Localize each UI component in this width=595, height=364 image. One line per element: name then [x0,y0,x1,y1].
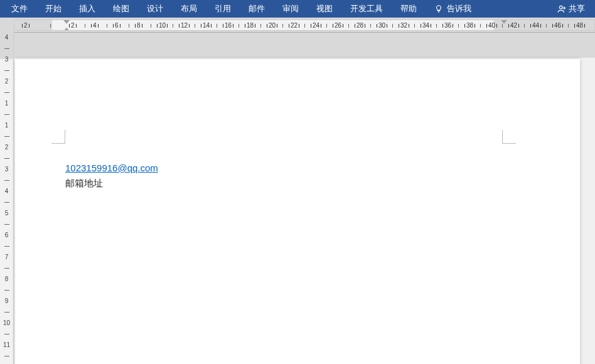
vruler-minor-tick [4,312,9,313]
hruler-tick: 38 [463,22,476,29]
hruler-minor-tick [239,24,239,28]
vruler-minor-tick [4,158,9,159]
hruler-tick: 46 [551,22,564,29]
vruler-tick: 10 [0,323,13,329]
vruler-tick: 11 [0,345,13,351]
hruler-minor-tick [282,24,283,28]
vruler-tick: 1 [0,126,13,132]
vruler-minor-tick [4,180,9,181]
vertical-ruler[interactable]: 43211234567891011121314 [0,33,14,364]
vruler-minor-tick [4,48,9,49]
hruler-tick: 12 [178,22,191,29]
vruler-tick: 7 [0,257,13,264]
hruler-tick: 8 [134,22,144,29]
margin-corner-tl [51,130,65,144]
vruler-minor-tick [4,246,9,247]
right-indent-marker[interactable] [501,20,507,24]
hruler-minor-tick [502,24,503,28]
ruler-corner [0,18,14,33]
share-label: 共享 [569,3,585,14]
hruler-tick: 26 [331,22,345,29]
hruler-minor-tick [173,24,173,28]
hruler-tick: 10 [156,22,169,29]
vruler-minor-tick [4,268,9,269]
vruler-minor-tick [4,290,9,291]
hruler-tick: 34 [419,22,432,29]
hruler-minor-tick [195,24,195,28]
vruler-tick: 8 [0,279,13,286]
hruler-minor-tick [326,24,327,28]
hruler-minor-tick [370,24,371,28]
hruler-tick: 30 [375,22,389,29]
hruler-minor-tick [50,24,51,28]
tab-home[interactable]: 开始 [36,0,70,18]
hruler-minor-tick [414,24,415,28]
vruler-tick: 6 [0,235,13,242]
hruler-minor-tick [458,24,459,28]
ribbon-tabs-bar: 文件 开始 插入 绘图 设计 布局 引用 邮件 审阅 视图 开发工具 帮助 告诉… [0,0,595,18]
hruler-tick: 40 [485,22,498,29]
document-workspace: 43211234567891011121314 1023159916@qq.co… [0,33,595,364]
vruler-minor-tick [4,224,9,225]
vruler-minor-tick [4,70,9,71]
vruler-tick: 2 [0,82,13,88]
hruler-minor-tick [129,24,129,28]
hruler-minor-tick [524,24,525,28]
hruler-minor-tick [392,24,393,28]
hruler-tick: 36 [441,22,454,29]
vruler-tick: 1 [0,104,13,110]
vruler-minor-tick [4,114,9,115]
first-line-indent-marker[interactable] [63,20,70,24]
vruler-minor-tick [4,334,9,335]
vruler-tick: 3 [0,60,13,66]
email-hyperlink[interactable]: 1023159916@qq.com [65,163,158,173]
tab-references[interactable]: 引用 [206,0,240,18]
hruler-minor-tick [107,24,107,28]
hruler-minor-tick [151,24,151,28]
hruler-minor-tick [304,24,305,28]
tab-developer[interactable]: 开发工具 [341,0,392,18]
vruler-minor-tick [4,92,9,93]
hruler-minor-tick [85,24,85,28]
tab-help[interactable]: 帮助 [392,0,426,18]
hruler-minor-tick [568,24,569,28]
tab-review[interactable]: 审阅 [274,0,308,18]
hruler-minor-tick [436,24,437,28]
tab-design[interactable]: 设计 [138,0,172,18]
tab-layout[interactable]: 布局 [172,0,206,18]
hruler-tick: 42 [507,22,520,29]
tab-mailings[interactable]: 邮件 [240,0,274,18]
hruler-tick: 6 [112,22,122,29]
vruler-tick: 5 [0,213,13,220]
hruler-minor-tick [546,24,547,28]
margin-corner-tr [502,130,516,144]
hruler-tick: 24 [309,22,323,29]
vruler-tick: 3 [0,169,13,176]
vruler-tick: 4 [0,191,13,198]
share-button[interactable]: 共享 [550,0,592,18]
share-person-icon [557,4,566,13]
hruler-tick: 18 [244,22,257,29]
hanging-indent-marker[interactable] [63,28,70,31]
tab-view[interactable]: 视图 [308,0,341,18]
horizontal-ruler-container: 2246810121416182022242628303234363840424… [0,18,595,33]
hruler-tick: 16 [222,22,235,29]
tab-draw[interactable]: 绘图 [104,0,138,18]
hruler-tick: 28 [353,22,367,29]
tab-insert[interactable]: 插入 [70,0,104,18]
vruler-tick: 4 [0,38,13,44]
hruler-minor-tick [348,24,349,28]
tab-file[interactable]: 文件 [3,0,36,18]
hruler-tick: 2 [21,22,31,29]
body-text-line2: 邮箱地址 [65,178,103,188]
document-content[interactable]: 1023159916@qq.com 邮箱地址 [65,161,501,191]
hruler-minor-tick [260,24,261,28]
hruler-tick: 22 [287,22,301,29]
document-page[interactable]: 1023159916@qq.com 邮箱地址 [15,59,580,364]
hruler-tick: 44 [529,22,542,29]
horizontal-ruler[interactable]: 2246810121416182022242628303234363840424… [14,19,595,31]
hruler-tick: 4 [90,22,100,29]
hruler-tick: 14 [200,22,213,29]
tell-me-label: 告诉我 [447,3,471,14]
tell-me-button[interactable]: 告诉我 [426,0,480,18]
